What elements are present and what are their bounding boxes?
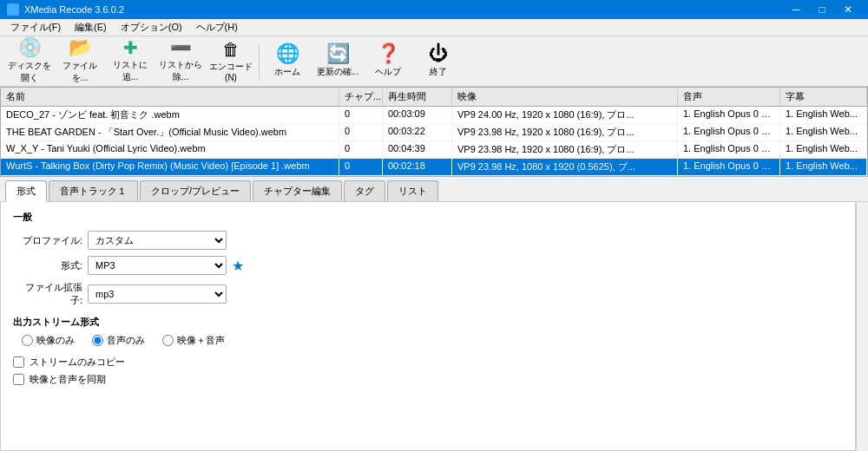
profile-select[interactable]: カスタム — [88, 231, 227, 250]
power-icon: ⏻ — [429, 44, 448, 63]
output-stream-section: 出力ストリーム形式 映像のみ 音声のみ 映像＋音声 — [13, 316, 843, 347]
open-file-label: ファイルを... — [58, 60, 102, 84]
open-disc-button[interactable]: 💿 ディスクを開く — [5, 40, 54, 83]
disc-icon: 💿 — [18, 38, 42, 57]
minimize-button[interactable]: ─ — [783, 0, 809, 19]
audio-only-option[interactable]: 音声のみ — [92, 334, 145, 347]
tab-audio-track[interactable]: 音声トラック１ — [49, 180, 138, 201]
title-bar: XMedia Recode 3.6.0.2 ─ □ ✕ — [0, 0, 868, 19]
remove-list-label: リストから除... — [159, 59, 202, 83]
cell-subtitle-3: 1. English Web... — [780, 159, 867, 175]
update-button[interactable]: 🔄 更新の確... — [313, 40, 362, 83]
stream-radio-row: 映像のみ 音声のみ 映像＋音声 — [22, 334, 843, 347]
col-duration: 再生時間 — [383, 88, 452, 106]
home-label: ホーム — [274, 66, 300, 78]
quit-button[interactable]: ⏻ 終了 — [414, 40, 463, 83]
col-name: 名前 — [1, 88, 339, 106]
menu-file[interactable]: ファイル(F) — [3, 19, 68, 36]
sync-row: 映像と音声を同期 — [13, 373, 843, 386]
cell-chapter-1: 0 — [339, 124, 383, 141]
cell-audio-0: 1. English Opus 0 Kbps 48000 Hz Stereo — [678, 107, 780, 123]
open-disc-label: ディスクを開く — [8, 60, 51, 84]
favorite-button[interactable]: ★ — [232, 258, 244, 274]
cell-name-2: W_X_Y - Tani Yuuki (Official Lyric Video… — [1, 141, 339, 158]
format-select[interactable]: MP3 — [88, 256, 227, 275]
add-list-label: リストに追... — [108, 59, 152, 83]
sync-label[interactable]: 映像と音声を同期 — [30, 373, 106, 386]
add-icon: ✚ — [123, 39, 138, 56]
app-icon — [7, 3, 19, 16]
tab-chapter-edit[interactable]: チャプター編集 — [253, 180, 342, 201]
cell-video-1: VP9 23.98 Hz, 1920 x 1080 (16:9), プロ... — [452, 124, 678, 141]
help-label: ヘルプ — [375, 66, 401, 78]
encode-button[interactable]: 🗑 エンコード(N) — [207, 40, 255, 83]
stream-copy-row: ストリームのみコピー — [13, 356, 843, 369]
stream-copy-label[interactable]: ストリームのみコピー — [30, 356, 125, 369]
menu-edit[interactable]: 編集(E) — [68, 19, 114, 36]
menu-bar: ファイル(F) 編集(E) オプション(O) ヘルプ(H) — [0, 19, 868, 36]
cell-chapter-3: 0 — [339, 159, 383, 175]
add-list-button[interactable]: ✚ リストに追... — [106, 40, 155, 83]
table-row[interactable]: THE BEAT GARDEN - 「Start Over.」(Official… — [1, 124, 867, 141]
encode-label: エンコード(N) — [209, 61, 253, 82]
globe-icon: 🌐 — [276, 44, 299, 63]
format-label: 形式: — [13, 259, 82, 272]
cell-duration-3: 00:02:18 — [383, 159, 452, 175]
remove-list-button[interactable]: ➖ リストから除... — [156, 40, 205, 83]
lower-section: 形式 音声トラック１ クロップ/プレビュー チャプター編集 タグ リスト 一般 … — [0, 177, 868, 451]
col-audio: 音声 — [678, 88, 780, 106]
section-title: 一般 — [13, 211, 843, 224]
cell-video-3: VP9 23.98 Hz, 1080 x 1920 (0.5625), プ... — [452, 159, 678, 175]
help-icon: ❓ — [377, 44, 400, 63]
output-stream-title: 出力ストリーム形式 — [13, 316, 843, 329]
table-row[interactable]: DECO_27 - ゾンビ feat. 初音ミク .webm 0 00:03:0… — [1, 107, 867, 124]
encode-icon: 🗑 — [222, 41, 240, 58]
file-list-header: 名前 チャプ... 再生時間 映像 音声 字幕 — [1, 88, 867, 107]
extension-select[interactable]: mp3 — [88, 284, 227, 304]
video-only-radio[interactable] — [22, 335, 33, 346]
cell-video-2: VP9 23.98 Hz, 1920 x 1080 (16:9), プロ... — [452, 141, 678, 158]
file-list: 名前 チャプ... 再生時間 映像 音声 字幕 DECO_27 - ゾンビ fe… — [0, 87, 868, 177]
tab-tag[interactable]: タグ — [344, 180, 385, 201]
video-only-option[interactable]: 映像のみ — [22, 334, 75, 347]
cell-duration-0: 00:03:09 — [383, 107, 452, 123]
col-subtitle: 字幕 — [780, 88, 867, 106]
menu-options[interactable]: オプション(O) — [114, 19, 189, 36]
video-audio-option[interactable]: 映像＋音声 — [162, 334, 225, 347]
format-row: 形式: MP3 ★ — [13, 256, 843, 275]
menu-help[interactable]: ヘルプ(H) — [189, 19, 245, 36]
tab-crop-preview[interactable]: クロップ/プレビュー — [140, 180, 251, 201]
cell-audio-2: 1. English Opus 0 Kbps 48000 Hz Stereo — [678, 141, 780, 158]
update-icon: 🔄 — [326, 44, 350, 63]
table-row[interactable]: W_X_Y - Tani Yuuki (Official Lyric Video… — [1, 141, 867, 159]
tab-format[interactable]: 形式 — [5, 180, 47, 202]
stream-copy-checkbox[interactable] — [13, 356, 24, 368]
cell-audio-3: 1. English Opus 0 Kbps 48000 Hz Stereo — [678, 159, 780, 175]
extension-row: ファイル拡張子: mp3 — [13, 281, 843, 307]
close-button[interactable]: ✕ — [835, 0, 861, 19]
main-content: 名前 チャプ... 再生時間 映像 音声 字幕 DECO_27 - ゾンビ fe… — [0, 87, 868, 451]
quit-label: 終了 — [430, 66, 447, 78]
help-button[interactable]: ❓ ヘルプ — [364, 40, 412, 83]
cell-duration-2: 00:04:39 — [383, 141, 452, 158]
open-file-button[interactable]: 📂 ファイルを... — [56, 40, 104, 83]
scrollbar[interactable] — [856, 202, 868, 451]
tab-list[interactable]: リスト — [387, 180, 438, 201]
audio-only-radio[interactable] — [92, 335, 103, 346]
folder-icon: 📂 — [69, 38, 92, 57]
profile-label: プロファイル: — [13, 234, 82, 247]
cell-duration-1: 00:03:22 — [383, 124, 452, 141]
cell-chapter-2: 0 — [339, 141, 383, 158]
home-button[interactable]: 🌐 ホーム — [263, 40, 312, 83]
table-row[interactable]: WurtS - Talking Box (Dirty Pop Remix) (M… — [1, 159, 867, 176]
sync-checkbox[interactable] — [13, 374, 24, 385]
maximize-button[interactable]: □ — [809, 0, 835, 19]
settings-panel-container: 一般 プロファイル: カスタム 形式: MP3 ★ ファイル拡張子: — [0, 202, 868, 451]
cell-subtitle-1: 1. English Web... — [780, 124, 867, 141]
toolbar-separator-1 — [259, 44, 260, 79]
remove-icon: ➖ — [170, 39, 192, 56]
video-audio-radio[interactable] — [162, 335, 174, 346]
cell-audio-1: 1. English Opus 0 Kbps 48000 Hz Stereo — [678, 124, 780, 141]
col-chapter: チャプ... — [339, 88, 383, 106]
cell-name-3: WurtS - Talking Box (Dirty Pop Remix) (M… — [1, 159, 339, 175]
